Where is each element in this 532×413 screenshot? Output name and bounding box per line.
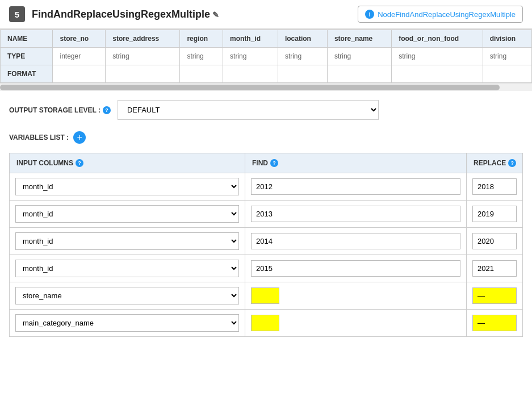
node-btn-label: NodeFindAndReplaceUsingRegexMultiple (378, 10, 516, 19)
col-region-name: region (180, 30, 223, 48)
input-col-cell-1: month_id (10, 173, 245, 200)
input-col-cell-2: month_id (10, 201, 245, 227)
input-col-cell-4: month_id (10, 255, 245, 282)
replace-cell-2 (467, 201, 522, 227)
table-row: month_id (10, 228, 522, 255)
variables-list-label: VARIABLES LIST : (9, 134, 69, 141)
schema-format-row: FORMAT (1, 65, 532, 83)
output-storage-row: OUTPUT STORAGE LEVEL : ? DEFAULT (9, 100, 523, 120)
find-input-2[interactable] (251, 206, 460, 222)
add-variable-button[interactable]: + (73, 131, 86, 144)
col-store-no-type: integer (53, 48, 106, 65)
col-store-name-name: store_name (327, 30, 391, 48)
replace-input-6[interactable] (472, 315, 517, 331)
replace-input-2[interactable] (472, 206, 517, 222)
title-link[interactable]: FindAndReplaceUsingRegexMultiple (32, 9, 219, 20)
find-cell-6 (245, 310, 467, 336)
replace-cell-6 (467, 310, 522, 336)
col-food-format (392, 65, 483, 83)
schema-label-name: NAME (1, 30, 53, 48)
variables-list-row: VARIABLES LIST : + (9, 131, 523, 144)
info-icon: i (365, 10, 374, 19)
find-header: FIND ? (245, 153, 467, 173)
col-store-no-name: store_no (53, 30, 106, 48)
table-row: store_name (10, 282, 522, 310)
input-columns-info-icon[interactable]: ? (76, 159, 83, 167)
col-month-id-name: month_id (223, 30, 278, 48)
page-title: FindAndReplaceUsingRegexMultiple (32, 9, 351, 20)
col-store-address-format (106, 65, 180, 83)
find-input-4[interactable] (251, 260, 460, 277)
find-input-5[interactable] (251, 287, 279, 304)
schema-name-row: NAME store_no store_address region month… (1, 30, 532, 48)
variables-table: INPUT COLUMNS ? FIND ? REPLACE ? month_i… (9, 153, 523, 337)
input-col-cell-3: month_id (10, 228, 245, 255)
col-store-name-type: string (327, 48, 391, 65)
find-input-6[interactable] (251, 315, 279, 331)
input-col-cell-6: main_category_name (10, 310, 245, 336)
replace-header: REPLACE ? (467, 153, 523, 173)
input-col-select-1[interactable]: month_id (15, 178, 239, 195)
col-month-id-type: string (223, 48, 278, 65)
find-cell-1 (245, 173, 467, 200)
schema-label-type: TYPE (1, 48, 53, 65)
table-row: month_id (10, 173, 522, 201)
page-header: 5 FindAndReplaceUsingRegexMultiple i Nod… (0, 0, 532, 29)
find-cell-5 (245, 282, 467, 309)
col-region-format (180, 65, 223, 83)
replace-cell-4 (467, 255, 522, 282)
col-division-name: division (483, 30, 531, 48)
replace-cell-5 (467, 282, 522, 309)
find-cell-4 (245, 255, 467, 282)
schema-label-format: FORMAT (1, 65, 53, 83)
find-input-1[interactable] (251, 178, 460, 195)
replace-cell-1 (467, 173, 522, 200)
schema-table-container: NAME store_no store_address region month… (0, 29, 532, 83)
col-store-address-type: string (106, 48, 180, 65)
replace-input-1[interactable] (472, 178, 517, 195)
input-columns-header: INPUT COLUMNS ? (10, 153, 245, 173)
replace-input-3[interactable] (472, 233, 517, 249)
replace-input-5[interactable] (472, 287, 517, 304)
find-input-3[interactable] (251, 233, 460, 249)
node-button[interactable]: i NodeFindAndReplaceUsingRegexMultiple (358, 6, 523, 23)
input-col-select-2[interactable]: month_id (15, 205, 239, 223)
input-col-select-5[interactable]: store_name (15, 287, 239, 304)
col-division-type: string (483, 48, 531, 65)
input-col-cell-5: store_name (10, 282, 245, 309)
input-col-select-3[interactable]: month_id (15, 232, 239, 250)
col-location-type: string (278, 48, 327, 65)
schema-type-row: TYPE integer string string string string… (1, 48, 532, 65)
output-storage-select[interactable]: DEFAULT (118, 100, 379, 120)
table-row: month_id (10, 201, 522, 228)
col-region-type: string (180, 48, 223, 65)
col-store-name-format (327, 65, 391, 83)
horizontal-scrollbar[interactable] (0, 83, 532, 91)
replace-cell-3 (467, 228, 522, 255)
find-cell-3 (245, 228, 467, 255)
schema-table: NAME store_no store_address region month… (0, 30, 532, 83)
col-division-format (483, 65, 531, 83)
vars-table-header: INPUT COLUMNS ? FIND ? REPLACE ? (10, 153, 522, 173)
table-row: main_category_name (10, 310, 522, 336)
step-badge: 5 (9, 6, 25, 22)
table-row: month_id (10, 255, 522, 282)
find-cell-2 (245, 201, 467, 227)
col-food-name: food_or_non_food (392, 30, 483, 48)
main-content: OUTPUT STORAGE LEVEL : ? DEFAULT VARIABL… (0, 91, 532, 346)
replace-input-4[interactable] (472, 260, 517, 277)
col-store-no-format (53, 65, 106, 83)
col-location-format (278, 65, 327, 83)
col-location-name: location (278, 30, 327, 48)
replace-info-icon[interactable]: ? (508, 159, 516, 167)
output-storage-label: OUTPUT STORAGE LEVEL : ? (9, 106, 111, 114)
scrollbar-thumb (0, 85, 500, 90)
input-col-select-4[interactable]: month_id (15, 260, 239, 277)
input-col-select-6[interactable]: main_category_name (15, 314, 239, 332)
find-info-icon[interactable]: ? (270, 159, 278, 167)
col-month-id-format (223, 65, 278, 83)
col-store-address-name: store_address (106, 30, 180, 48)
output-storage-info-icon[interactable]: ? (103, 106, 111, 114)
col-food-type: string (392, 48, 483, 65)
